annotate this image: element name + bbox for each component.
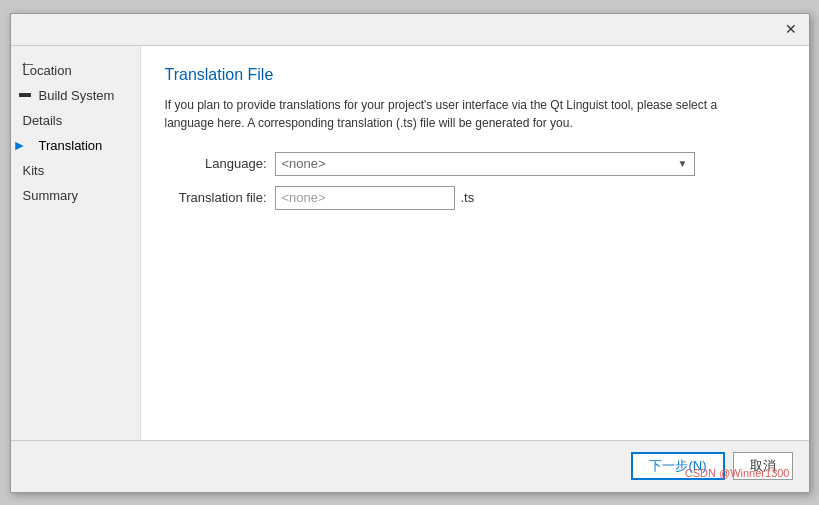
sidebar-item-translation[interactable]: ► Translation [11,133,140,158]
sidebar-item-kits[interactable]: Kits [11,158,140,183]
language-value: <none> [282,156,326,171]
footer: 下一步(N) 取消 [11,440,809,492]
back-button[interactable]: ← [19,54,37,75]
sidebar-item-label: Details [23,113,63,128]
watermark: CSDN @Winner1300 [685,467,790,479]
main-panel: Translation File If you plan to provide … [141,46,809,440]
current-arrow-icon: ► [13,137,27,153]
page-title: Translation File [165,66,785,84]
language-label: Language: [165,156,275,171]
progress-indicator [19,93,31,97]
close-button[interactable]: ✕ [781,19,801,39]
language-dropdown[interactable]: <none> ▼ [275,152,695,176]
language-dropdown-wrapper: <none> ▼ [275,152,695,176]
sidebar-item-label: Kits [23,163,45,178]
language-row: Language: <none> ▼ [165,152,785,176]
translation-file-input-group: <none> .ts [275,186,475,210]
sidebar-item-summary[interactable]: Summary [11,183,140,208]
content-area: ← Location Build System Details ► Transl… [11,46,809,440]
sidebar-item-label: Translation [23,138,103,153]
translation-file-placeholder: <none> [282,190,326,205]
sidebar-item-label: Summary [23,188,79,203]
translation-file-input[interactable]: <none> [275,186,455,210]
description-text: If you plan to provide translations for … [165,96,745,132]
translation-file-label: Translation file: [165,190,275,205]
sidebar-item-details[interactable]: Details [11,108,140,133]
sidebar-item-build-system[interactable]: Build System [11,83,140,108]
chevron-down-icon: ▼ [678,158,688,169]
title-bar: ✕ [11,14,809,46]
translation-file-extension: .ts [461,190,475,205]
translation-file-row: Translation file: <none> .ts [165,186,785,210]
sidebar-item-label: Build System [23,88,115,103]
sidebar: Location Build System Details ► Translat… [11,46,141,440]
main-window: ✕ ← Location Build System Details ► [10,13,810,493]
